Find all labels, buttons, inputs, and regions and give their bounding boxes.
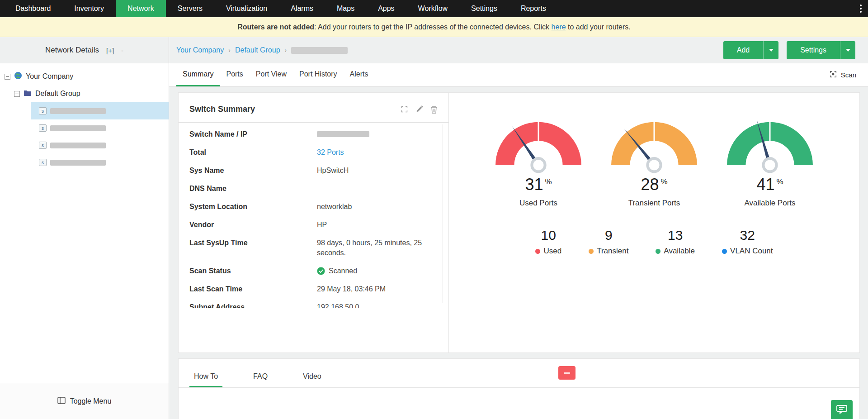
tab-how-to[interactable]: How To <box>189 367 222 387</box>
row-label: Total <box>189 148 317 157</box>
tree-device-item[interactable]: s <box>31 154 169 171</box>
banner-text: Routers are not added: Add your routers … <box>237 23 630 31</box>
help-tabs: How To FAQ Video <box>179 367 859 388</box>
gauge-hub <box>647 158 660 171</box>
more-options-kebab-icon[interactable] <box>860 5 862 13</box>
nav-dashboard[interactable]: Dashboard <box>4 0 62 17</box>
port-stats-row: 10 Used 9 Transient <box>535 228 773 256</box>
redacted-device-name <box>50 143 106 148</box>
row-value: 29 May 18, 03:46 PM <box>317 284 386 294</box>
stat-vlan-count: 32 VLAN Count <box>722 228 773 256</box>
table-row: Last SysUp Time 98 days, 0 hours, 25 min… <box>189 234 439 262</box>
tab-port-view[interactable]: Port View <box>250 63 293 86</box>
gauge-used-ports: 31% Used Ports <box>483 110 594 208</box>
table-row: Switch Name / IP <box>189 125 439 143</box>
sidebar-title: Network Details <box>45 46 99 55</box>
delete-trash-icon[interactable] <box>430 105 438 114</box>
banner-body-after: to add your routers. <box>566 23 631 31</box>
tab-faq[interactable]: FAQ <box>249 367 272 387</box>
content-body: Switch Summary <box>169 87 868 419</box>
chat-support-button[interactable] <box>831 400 853 419</box>
gauge-transient-ports: 28% Transient Ports <box>599 110 709 208</box>
tree-item-default-group[interactable]: Default Group <box>0 85 169 102</box>
device-tabs-row: Summary Ports Port View Port History Ale… <box>169 63 868 87</box>
collapse-all-button[interactable]: - <box>121 47 123 54</box>
nav-settings[interactable]: Settings <box>459 0 509 17</box>
gauge-hub <box>532 158 545 171</box>
total-ports-link[interactable]: 32 Ports <box>317 148 344 157</box>
legend-dot <box>535 249 540 254</box>
tree-item-label: Your Company <box>26 72 73 81</box>
row-label: Subnet Address <box>189 302 317 308</box>
switch-summary-card: Switch Summary <box>179 93 449 352</box>
breadcrumb-your-company[interactable]: Your Company <box>176 46 224 54</box>
stat-available: 13 Available <box>656 228 695 256</box>
scan-status: Scanned <box>317 266 357 276</box>
collapse-help-button[interactable] <box>558 366 576 380</box>
row-label: Scan Status <box>189 266 317 276</box>
nav-maps[interactable]: Maps <box>325 0 366 17</box>
banner-body: : Add your routers to get the IP address… <box>314 23 551 31</box>
scan-button[interactable]: Scan <box>829 63 856 86</box>
tree-item-your-company[interactable]: Your Company <box>0 68 169 85</box>
folder-icon <box>24 90 32 98</box>
settings-dropdown-button[interactable] <box>840 41 855 59</box>
gauge-hub <box>763 158 776 171</box>
stat-label: VLAN Count <box>722 247 773 256</box>
tab-video[interactable]: Video <box>298 367 326 387</box>
chat-console-icon <box>836 404 848 415</box>
table-row: Subnet Address 192.168.50.0 <box>189 298 439 308</box>
collapse-node-icon[interactable] <box>14 91 20 97</box>
tree-device-item[interactable]: s <box>31 137 169 154</box>
row-label: Vendor <box>189 220 317 230</box>
stat-value: 32 <box>740 228 755 243</box>
tab-port-history[interactable]: Port History <box>293 63 344 86</box>
tab-alerts[interactable]: Alerts <box>344 63 375 86</box>
device-tabs: Summary Ports Port View Port History Ale… <box>176 63 374 86</box>
add-dropdown-button[interactable] <box>763 41 778 59</box>
collapse-node-icon[interactable] <box>5 74 10 80</box>
router-warning-banner: Routers are not added: Add your routers … <box>0 17 868 37</box>
add-button[interactable]: Add <box>723 41 763 59</box>
gauge-value: 28% <box>641 175 667 194</box>
tree-device-item-selected[interactable]: s <box>31 102 169 119</box>
expand-icon[interactable] <box>401 105 408 113</box>
nav-servers[interactable]: Servers <box>166 0 214 17</box>
banner-title: Routers are not added <box>237 23 314 31</box>
row-label: Switch Name / IP <box>189 129 317 139</box>
scan-status-value: Scanned <box>329 266 357 276</box>
nav-workflow[interactable]: Workflow <box>406 0 460 17</box>
card-actions <box>401 105 438 114</box>
table-row: DNS Name <box>189 180 439 198</box>
legend-dot <box>656 249 660 254</box>
row-label: Last Scan Time <box>189 284 317 294</box>
header-actions: Add Settings <box>723 41 855 59</box>
switch-summary-table: Switch Name / IP Total 32 Ports Sys Name… <box>179 123 448 308</box>
toggle-menu-button[interactable]: Toggle Menu <box>0 383 169 419</box>
switch-icon: s <box>39 124 47 132</box>
row-value: 98 days, 0 hours, 25 minutes, 25 seconds… <box>317 238 430 258</box>
switch-icon: s <box>39 107 47 114</box>
nav-network[interactable]: Network <box>116 0 166 17</box>
edit-pencil-icon[interactable] <box>415 105 423 113</box>
nav-virtualization[interactable]: Virtualization <box>214 0 279 17</box>
nav-inventory[interactable]: Inventory <box>62 0 116 17</box>
content-header: Your Company › Default Group › Add Setti… <box>169 37 868 63</box>
table-row: Scan Status Scanned <box>189 262 439 280</box>
stat-label: Used <box>535 247 561 256</box>
tree-device-item[interactable]: s <box>31 119 169 137</box>
nav-alarms[interactable]: Alarms <box>279 0 325 17</box>
breadcrumb-default-group[interactable]: Default Group <box>235 46 280 54</box>
nav-reports[interactable]: Reports <box>509 0 558 17</box>
add-routers-link[interactable]: here <box>552 23 566 31</box>
redacted-device-name <box>50 125 106 131</box>
port-gauges-section: 31% Used Ports 28% Transient Port <box>449 93 859 352</box>
table-row: System Location networklab <box>189 198 439 216</box>
expand-all-button[interactable]: [+] <box>106 47 114 54</box>
network-sidebar: Network Details [+] - Your Company <box>0 37 169 419</box>
main-content: Your Company › Default Group › Add Setti… <box>169 37 868 419</box>
nav-apps[interactable]: Apps <box>366 0 406 17</box>
tab-ports[interactable]: Ports <box>220 63 249 86</box>
tab-summary[interactable]: Summary <box>176 63 220 86</box>
settings-button[interactable]: Settings <box>787 41 840 59</box>
